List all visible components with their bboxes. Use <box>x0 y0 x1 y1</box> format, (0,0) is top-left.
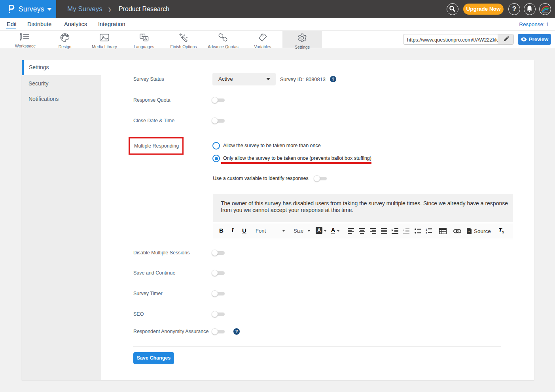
svg-text:2: 2 <box>426 232 427 235</box>
svg-text:›: › <box>468 229 469 233</box>
svg-text:‹: ‹ <box>469 229 470 233</box>
svg-text:1: 1 <box>426 228 427 231</box>
